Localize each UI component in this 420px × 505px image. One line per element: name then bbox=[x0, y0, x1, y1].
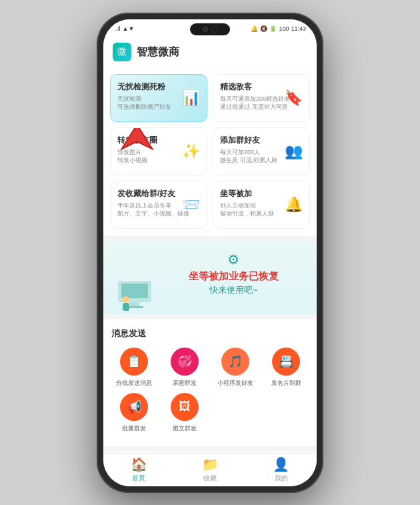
front-camera-lens bbox=[211, 26, 218, 33]
card-wuzao-icon: 📊 bbox=[180, 87, 201, 109]
card-zhuanfa-icon: ✨ bbox=[180, 141, 201, 162]
banner-illustration bbox=[111, 268, 165, 314]
banner-highlight: 已恢复 bbox=[249, 270, 279, 282]
card-jingxuan[interactable]: 精选敌客 每天可通添加200精选好友通过批通过,无需对方同意 🔖 bbox=[213, 74, 310, 122]
icon-placeholder-1 bbox=[213, 393, 258, 433]
notification-icon: 🔔 bbox=[251, 25, 258, 32]
nav-mine[interactable]: 👤 我的 bbox=[245, 456, 317, 483]
battery-level: 100 bbox=[279, 25, 289, 32]
camera-notch bbox=[190, 23, 230, 35]
icon-intimate-label: 亲密群发 bbox=[173, 379, 197, 388]
banner-main-text: 坐等被加业务已恢复 bbox=[161, 270, 306, 283]
message-section: 消息发送 📋 分批发送消息 💞 亲密群发 🎵 小程序发好友 bbox=[103, 320, 317, 446]
speaker-icon: 🔇 bbox=[260, 25, 267, 32]
card-shoucang-icon: 📨 bbox=[180, 194, 201, 215]
main-content[interactable]: 无扰检测死粉 无扰检测可选择删除僵尸好友 📊 精选敌客 每天可通添加200精选好… bbox=[103, 67, 317, 453]
app-icon-symbol: 微 bbox=[117, 46, 127, 58]
message-section-title: 消息发送 bbox=[111, 328, 309, 340]
icon-miniapp[interactable]: 🎵 bbox=[221, 348, 249, 376]
nav-mine-label: 我的 bbox=[275, 474, 288, 483]
icon-mass[interactable]: 📢 bbox=[120, 393, 148, 421]
svg-rect-2 bbox=[121, 284, 148, 298]
nav-collection-icon: 📁 bbox=[202, 456, 219, 472]
cards-section: 无扰检测死粉 无扰检测可选择删除僵尸好友 📊 精选敌客 每天可通添加200精选好… bbox=[103, 67, 317, 235]
nav-home[interactable]: 🏠 首页 bbox=[103, 456, 175, 483]
icon-imgtext-label: 图文群发 bbox=[173, 424, 197, 433]
time-display: 11:43 bbox=[291, 25, 306, 32]
card-tianjia[interactable]: 添加群好友 每天可加200人微生意 引流,积累人脉 👥 bbox=[213, 127, 310, 175]
banner-section: ⚙ 坐等被加业务已恢复 快来使用吧~ bbox=[103, 241, 317, 314]
phone-screen: ..ıl ▲▼ 🔔 🔇 🔋 100 11:43 微 智慧微商 bbox=[103, 19, 317, 486]
app-header: 微 智慧微商 bbox=[103, 38, 317, 67]
nav-home-label: 首页 bbox=[132, 474, 145, 483]
icon-batch-label: 分批发送消息 bbox=[116, 379, 152, 388]
banner-content: ⚙ 坐等被加业务已恢复 快来使用吧~ bbox=[161, 251, 306, 296]
cards-grid: 无扰检测死粉 无扰检测可选择删除僵尸好友 📊 精选敌客 每天可通添加200精选好… bbox=[110, 74, 310, 229]
icon-item-mass[interactable]: 📢 批量群发 bbox=[111, 393, 157, 433]
card-shoucang[interactable]: 发收藏给群/好友 半年及以上会员专享图片、文字、小视频、链接 📨 bbox=[110, 181, 207, 229]
icon-mass-label: 批量群发 bbox=[122, 424, 146, 433]
phone-device: ..ıl ▲▼ 🔔 🔇 🔋 100 11:43 微 智慧微商 bbox=[97, 13, 323, 493]
message-icon-grid-2: 📢 批量群发 🖼 图文群发 bbox=[111, 393, 309, 433]
banner-sub-text: 快来使用吧~ bbox=[161, 284, 306, 296]
bottom-nav: 🏠 首页 📁 收藏 👤 我的 bbox=[103, 453, 317, 486]
card-wuzao[interactable]: 无扰检测死粉 无扰检测可选择删除僵尸好友 📊 bbox=[110, 74, 207, 122]
card-tianjia-icon: 👥 bbox=[283, 141, 304, 162]
svg-rect-6 bbox=[123, 303, 129, 311]
battery-icon: 🔋 bbox=[269, 25, 277, 32]
nav-collection-label: 收藏 bbox=[203, 474, 217, 483]
icon-card-label: 发名片到群 bbox=[271, 379, 301, 388]
nav-home-icon: 🏠 bbox=[131, 456, 147, 472]
icon-miniapp-label: 小程序发好友 bbox=[217, 379, 253, 388]
message-icon-grid: 📋 分批发送消息 💞 亲密群发 🎵 小程序发好友 📇 发名片到群 bbox=[111, 348, 309, 388]
card-zhuanfa[interactable]: 转发朋友圈 转发图片转发小视频 ✨ bbox=[110, 127, 207, 175]
icon-imgtext[interactable]: 🖼 bbox=[171, 393, 199, 421]
svg-rect-3 bbox=[130, 302, 139, 306]
icon-card[interactable]: 📇 bbox=[272, 348, 300, 376]
icon-item-intimate[interactable]: 💞 亲密群发 bbox=[162, 348, 207, 388]
icon-item-imgtext[interactable]: 🖼 图文群发 bbox=[162, 393, 207, 433]
signal-icon: ..ıl bbox=[114, 25, 121, 32]
status-bar: ..ıl ▲▼ 🔔 🔇 🔋 100 11:43 bbox=[103, 19, 317, 38]
nav-mine-icon: 👤 bbox=[273, 456, 289, 472]
front-camera-dot bbox=[203, 27, 208, 32]
icon-batch-send[interactable]: 📋 bbox=[120, 348, 148, 376]
icon-item-batch[interactable]: 📋 分批发送消息 bbox=[111, 348, 157, 388]
banner-prefix: 坐等被加业务 bbox=[189, 270, 249, 282]
icon-intimate[interactable]: 💞 bbox=[171, 348, 199, 376]
status-left: ..ıl ▲▼ bbox=[114, 25, 134, 32]
app-icon: 微 bbox=[113, 43, 131, 61]
status-right: 🔔 🔇 🔋 100 11:43 bbox=[251, 25, 306, 32]
app-title: 智慧微商 bbox=[137, 45, 179, 59]
banner-settings-icon: ⚙ bbox=[161, 251, 306, 268]
svg-point-5 bbox=[123, 296, 129, 303]
icon-item-card[interactable]: 📇 发名片到群 bbox=[263, 348, 309, 388]
icon-placeholder-2 bbox=[263, 393, 309, 433]
nav-collection[interactable]: 📁 收藏 bbox=[175, 456, 246, 483]
wifi-icon: ▲▼ bbox=[123, 25, 135, 32]
card-zuodeng[interactable]: 坐等被加 别人主动加你被动引流，积累人脉 🔔 bbox=[213, 181, 310, 229]
card-zuodeng-icon: 🔔 bbox=[283, 194, 304, 215]
card-jingxuan-icon: 🔖 bbox=[283, 87, 304, 109]
icon-item-miniapp[interactable]: 🎵 小程序发好友 bbox=[213, 348, 258, 388]
